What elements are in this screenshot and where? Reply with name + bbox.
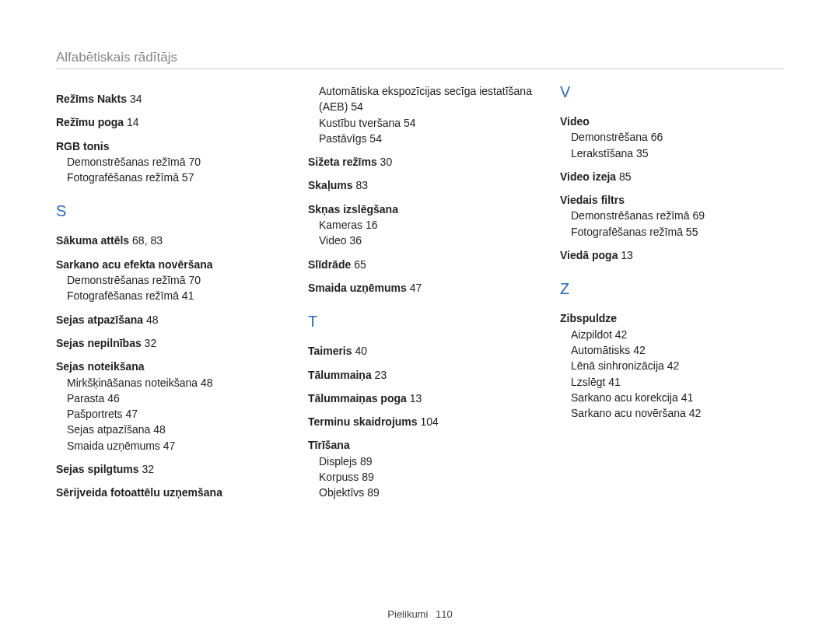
index-subentry[interactable]: Pašportrets 47 xyxy=(67,406,280,422)
index-subentry[interactable]: Mirkšķināšanas noteikšana 48 xyxy=(67,375,280,391)
index-entry: Zibspuldze xyxy=(560,310,784,326)
index-subentry[interactable]: Sarkano acu novēršana 42 xyxy=(571,405,784,421)
entry-term: Terminu skaidrojums xyxy=(308,415,418,428)
index-entry[interactable]: Sejas nepilnības 32 xyxy=(56,335,280,351)
index-subentry[interactable]: Fotografēšanas režīmā 41 xyxy=(67,288,280,303)
entry-term: Sejas noteikšana xyxy=(56,360,145,373)
entry-page: 83 xyxy=(355,179,368,191)
index-subentry[interactable]: Demonstrēšana 66 xyxy=(571,129,784,145)
entry-page: 13 xyxy=(621,249,633,261)
index-entry[interactable]: Režīms Nakts 34 xyxy=(56,91,280,107)
entry-page: 85 xyxy=(619,170,632,183)
index-entry[interactable]: Terminu skaidrojums 104 xyxy=(308,414,532,429)
index-subentry[interactable]: Automātisks 42 xyxy=(571,342,784,358)
index-entry[interactable]: Taimeris 40 xyxy=(308,343,532,359)
index-subentry[interactable]: Smaida uzņēmums 47 xyxy=(67,438,280,454)
entry-term: Tālummaiņa xyxy=(308,369,372,381)
entry-term: Režīms Nakts xyxy=(56,93,127,105)
index-entry[interactable]: Smaida uzņēmums 47 xyxy=(308,280,532,296)
entry-page: 47 xyxy=(410,282,422,294)
index-columns: Režīms Nakts 34 Režīmu poga 14 RGB tonis… xyxy=(56,83,784,501)
entry-term: Sejas nepilnības xyxy=(56,337,142,349)
index-entry: Video xyxy=(560,114,784,129)
index-entry: Skņas izslēgšana xyxy=(308,201,532,217)
index-subentry[interactable]: Sejas atpazīšana 48 xyxy=(67,422,280,437)
entry-term: Video izeja xyxy=(560,170,616,183)
column-3: V Video Demonstrēšana 66 Lerakstīšana 35… xyxy=(560,83,784,501)
entry-page: 65 xyxy=(354,258,366,271)
section-letter-s: S xyxy=(56,202,280,220)
index-entry[interactable]: Sejas atpazīšana 48 xyxy=(56,312,280,328)
index-subentry[interactable]: Fotografēšanas režīmā 57 xyxy=(67,170,280,185)
index-subentry[interactable]: Pastāvīgs 54 xyxy=(319,131,532,146)
title-divider xyxy=(56,68,784,69)
entry-term: Slīdrāde xyxy=(308,258,351,271)
entry-page: 32 xyxy=(145,337,157,349)
index-entry[interactable]: Viedā poga 13 xyxy=(560,247,784,263)
index-entry: Sērijveida fotoattēlu uzņemšana xyxy=(56,485,280,500)
section-letter-t: T xyxy=(308,313,532,331)
index-entry[interactable]: Tālummaiņas poga 13 xyxy=(308,391,532,406)
index-entry[interactable]: Sejas spilgtums 32 xyxy=(56,461,280,477)
index-subentry[interactable]: Sarkano acu korekcija 41 xyxy=(571,390,784,405)
entry-page: 48 xyxy=(146,313,159,326)
entry-page: 34 xyxy=(130,93,142,105)
index-entry[interactable]: Sižeta režīms 30 xyxy=(308,154,532,170)
index-entry: Sarkano acu efekta novēršana xyxy=(56,257,280,272)
index-subentry[interactable]: Korpuss 89 xyxy=(319,469,532,485)
index-subentry[interactable]: Demonstrēšanas režīmā 70 xyxy=(67,272,280,288)
index-entry[interactable]: Video izeja 85 xyxy=(560,169,784,184)
entry-term: Sākuma attēls xyxy=(56,234,129,247)
column-2: Automātiska ekspozīcijas secīga iestatīš… xyxy=(308,83,532,501)
entry-term: Viedā poga xyxy=(560,249,618,261)
index-subentry[interactable]: Automātiska ekspozīcijas secīga iestatīš… xyxy=(319,83,532,115)
entry-page: 32 xyxy=(142,463,154,475)
entry-page: 68, 83 xyxy=(132,234,163,247)
index-entry[interactable]: Skaļums 83 xyxy=(308,177,532,193)
column-1: Režīms Nakts 34 Režīmu poga 14 RGB tonis… xyxy=(56,83,280,501)
entry-term: Zibspuldze xyxy=(560,312,617,324)
page-footer: Pielikumi 110 xyxy=(0,608,840,620)
entry-page: 30 xyxy=(380,156,393,168)
index-entry[interactable]: Režīmu poga 14 xyxy=(56,114,280,130)
entry-page: 40 xyxy=(355,345,367,357)
index-subentry[interactable]: Parasta 46 xyxy=(67,391,280,406)
index-entry[interactable]: Tālummaiņa 23 xyxy=(308,367,532,383)
page-title: Alfabētiskais rādītājs xyxy=(56,50,784,65)
index-entry: RGB tonis xyxy=(56,138,280,154)
index-entry[interactable]: Slīdrāde 65 xyxy=(308,257,532,272)
index-subentry[interactable]: Displejs 89 xyxy=(319,454,532,469)
index-entry: Tīrīšana xyxy=(308,437,532,453)
index-subentry[interactable]: Lēnā sinhronizācija 42 xyxy=(571,358,784,373)
index-subentry[interactable]: Demonstrēšanas režīmā 70 xyxy=(67,154,280,170)
index-subentry[interactable]: Kameras 16 xyxy=(319,217,532,233)
index-subentry[interactable]: Aizpildot 42 xyxy=(571,327,784,342)
entry-term: Skņas izslēgšana xyxy=(308,203,398,215)
entry-term: Taimeris xyxy=(308,345,352,357)
footer-label: Pielikumi xyxy=(387,608,428,620)
footer-page-number: 110 xyxy=(436,608,453,620)
index-subentry[interactable]: Fotografēšanas režīmā 55 xyxy=(571,224,784,240)
entry-term: Tīrīšana xyxy=(308,439,350,451)
entry-term: Smaida uzņēmums xyxy=(308,282,407,294)
index-subentry[interactable]: Video 36 xyxy=(319,233,532,248)
index-subentry[interactable]: Objektīvs 89 xyxy=(319,485,532,500)
entry-page: 104 xyxy=(420,415,438,428)
entry-term: Sižeta režīms xyxy=(308,156,377,168)
entry-term: Sērijveida fotoattēlu uzņemšana xyxy=(56,486,222,499)
entry-term: Viedais filtrs xyxy=(560,194,625,206)
entry-term: Skaļums xyxy=(308,179,353,191)
entry-term: Sejas spilgtums xyxy=(56,463,139,475)
entry-page: 13 xyxy=(410,392,422,405)
index-entry[interactable]: Sākuma attēls 68, 83 xyxy=(56,233,280,248)
entry-term: Tālummaiņas poga xyxy=(308,392,407,405)
index-subentry[interactable]: Kustību tveršana 54 xyxy=(319,115,532,131)
entry-term: Sarkano acu efekta novēršana xyxy=(56,258,213,271)
section-letter-z: Z xyxy=(560,280,784,298)
index-subentry[interactable]: Lzslēgt 41 xyxy=(571,374,784,390)
index-subentry[interactable]: Demonstrēšanas režīmā 69 xyxy=(571,208,784,223)
index-subentry[interactable]: Lerakstīšana 35 xyxy=(571,145,784,161)
entry-term: Režīmu poga xyxy=(56,116,124,128)
entry-page: 14 xyxy=(127,116,139,128)
index-entry: Sejas noteikšana xyxy=(56,359,280,374)
